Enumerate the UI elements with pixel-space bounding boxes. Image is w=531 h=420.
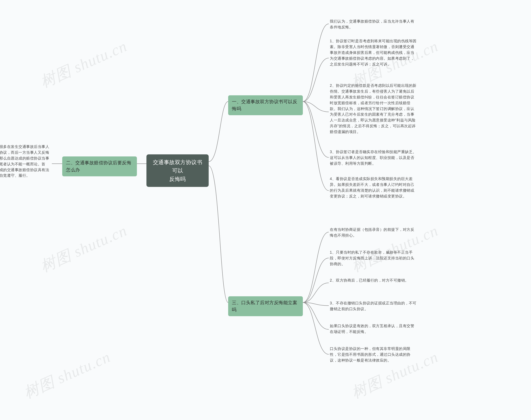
leaf-b3-4: 如果口头协议是有效的，双方互相承认，且有交警在场证明，不能反悔。: [330, 323, 417, 335]
leaf-b1-1: 1、协议签订时是否考虑到将来可能出现的伤残等因素。除非受害人当时伤情显著轻微，否…: [330, 38, 417, 67]
leaf-b2-0: 在司法实践中，存在很多在发生交通事故后当事人双方达成并签订赔偿协议，而后一方当事…: [0, 144, 52, 179]
leaf-b3-2: 2、双方协商后，已经履行的，对方不可撤销。: [330, 278, 417, 284]
leaf-b1-0: 我们认为，交通事故赔偿协议，应当允许当事人有条件地反悔。: [330, 19, 417, 30]
branch-section-2[interactable]: 二、交通事故赔偿协议后要反悔怎么办: [62, 156, 137, 176]
branch-section-1[interactable]: 一、交通事故双方协议书可以反悔吗: [228, 95, 303, 115]
leaf-b1-2: 2、协议约定的赔偿款是否考虑到以后可能出现的新伤情。交通事故发生后，有些侵害人为…: [330, 83, 417, 135]
leaf-b3-5: 口头协议是协议的一种，但有其非常明显的局限性，它是指不用书面的形式，通过口头达成…: [330, 346, 417, 363]
leaf-b3-0: 在有当时协商证据（包括录音）的前提下，对方反悔也不用担心。: [330, 227, 417, 239]
watermark: 树图 shutu.cn: [20, 347, 114, 404]
watermark: 树图 shutu.cn: [37, 220, 130, 277]
branch-section-3[interactable]: 三、口头私了后对方反悔能立案吗: [228, 296, 303, 316]
watermark: 树图 shutu.cn: [37, 36, 130, 93]
leaf-b1-3: 3、协议签订者是否确实存在经验和技能严重缺乏。这可以从当事人的认知程度、职业技能…: [330, 149, 417, 166]
leaf-b3-1: 1、只要当时的私了不存在欺诈，威胁等不正当手段，即使对方反悔而上诉，法院还支持当…: [330, 250, 417, 267]
leaf-b1-4: 4、看协议是否造成实际损失和预期损失的巨大差异。如果损失差距不大，或者当事人订约…: [330, 176, 417, 199]
root-node[interactable]: 交通事故双方协议书可以 反悔吗: [146, 154, 209, 187]
connector-layer: [0, 0, 531, 420]
leaf-b3-3: 3、不存在撤销口头协议的证据或正当理由的，不可撤销之前的口头协议。: [330, 300, 417, 312]
